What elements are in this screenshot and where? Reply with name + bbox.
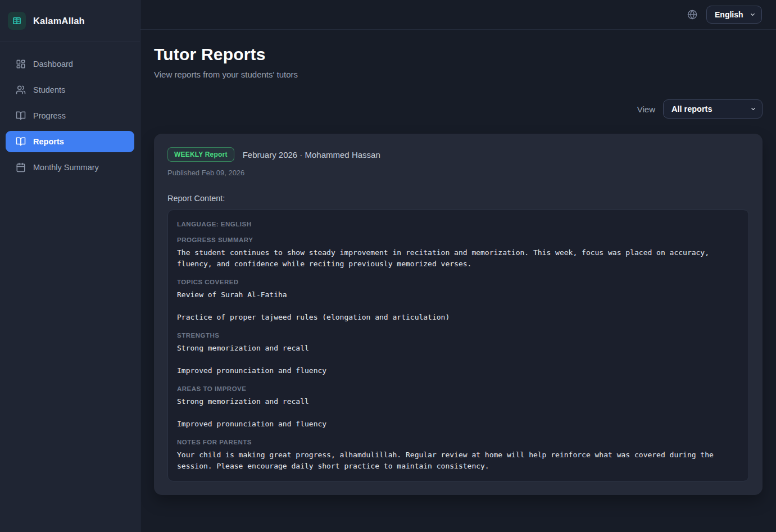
report-section-body: Strong memorization and recall Improved … xyxy=(177,343,739,376)
report-section: LANGUAGE: ENGLISH xyxy=(177,221,739,228)
report-section-body: The student continues to show steady imp… xyxy=(177,247,739,270)
report-filter-select[interactable]: All reports xyxy=(663,99,763,119)
report-section: AREAS TO IMPROVEStrong memorization and … xyxy=(177,385,739,430)
sidebar-item-label: Monthly Summary xyxy=(33,163,99,172)
report-section-heading: STRENGTHS xyxy=(177,332,739,339)
sidebar-item-label: Reports xyxy=(33,137,64,146)
report-section: TOPICS COVEREDReview of Surah Al-Fatiha … xyxy=(177,279,739,323)
report-card: WEEKLY Report February 2026 · Mohammed H… xyxy=(154,134,763,495)
sidebar-item-reports[interactable]: Reports xyxy=(6,131,134,152)
page-title: Tutor Reports xyxy=(154,45,763,64)
sidebar-item-label: Progress xyxy=(33,111,66,120)
sidebar: KalamAllah DashboardStudentsProgressRepo… xyxy=(0,0,140,532)
report-type-badge: WEEKLY Report xyxy=(167,147,234,162)
app-logo: KalamAllah xyxy=(0,0,140,42)
report-section-heading: LANGUAGE: ENGLISH xyxy=(177,221,739,228)
report-content-label: Report Content: xyxy=(167,194,749,203)
students-icon xyxy=(16,85,26,95)
sidebar-item-monthly-summary[interactable]: Monthly Summary xyxy=(6,157,134,178)
report-section-body: Your child is making great progress, alh… xyxy=(177,449,739,472)
book-open-icon xyxy=(16,137,26,147)
report-section: NOTES FOR PARENTSYour child is making gr… xyxy=(177,439,739,472)
page-subtitle: View reports from your students' tutors xyxy=(154,70,763,79)
report-content-box: LANGUAGE: ENGLISHPROGRESS SUMMARYThe stu… xyxy=(167,210,749,481)
sidebar-item-dashboard[interactable]: Dashboard xyxy=(6,53,134,75)
report-section-heading: TOPICS COVERED xyxy=(177,279,739,285)
dashboard-icon xyxy=(16,59,26,69)
main-area: English Tutor Reports View reports from … xyxy=(140,0,776,532)
book-open-icon xyxy=(16,111,26,121)
topbar: English xyxy=(140,0,776,30)
report-section-heading: AREAS TO IMPROVE xyxy=(177,385,739,392)
report-header: WEEKLY Report February 2026 · Mohammed H… xyxy=(167,147,749,162)
calendar-icon xyxy=(16,162,26,172)
quran-book-icon xyxy=(8,12,26,30)
page-content: Tutor Reports View reports from your stu… xyxy=(140,30,776,495)
report-section-heading: PROGRESS SUMMARY xyxy=(177,237,739,243)
report-published-date: Published Feb 09, 2026 xyxy=(167,169,749,177)
filter-label: View xyxy=(637,104,655,114)
filter-row: View All reports xyxy=(154,99,763,119)
sidebar-item-students[interactable]: Students xyxy=(6,79,134,101)
report-section: PROGRESS SUMMARYThe student continues to… xyxy=(177,237,739,270)
globe-icon xyxy=(687,10,697,20)
sidebar-item-label: Students xyxy=(33,85,65,94)
sidebar-item-progress[interactable]: Progress xyxy=(6,105,134,126)
report-meta: February 2026 · Mohammed Hassan xyxy=(243,150,380,160)
sidebar-item-label: Dashboard xyxy=(33,60,73,69)
report-section: STRENGTHSStrong memorization and recall … xyxy=(177,332,739,376)
app-name: KalamAllah xyxy=(33,16,85,26)
sidebar-nav: DashboardStudentsProgressReportsMonthly … xyxy=(0,42,140,189)
report-section-body: Review of Surah Al-Fatiha Practice of pr… xyxy=(177,289,739,323)
language-select[interactable]: English xyxy=(706,6,762,24)
report-section-heading: NOTES FOR PARENTS xyxy=(177,439,739,445)
report-section-body: Strong memorization and recall Improved … xyxy=(177,396,739,430)
